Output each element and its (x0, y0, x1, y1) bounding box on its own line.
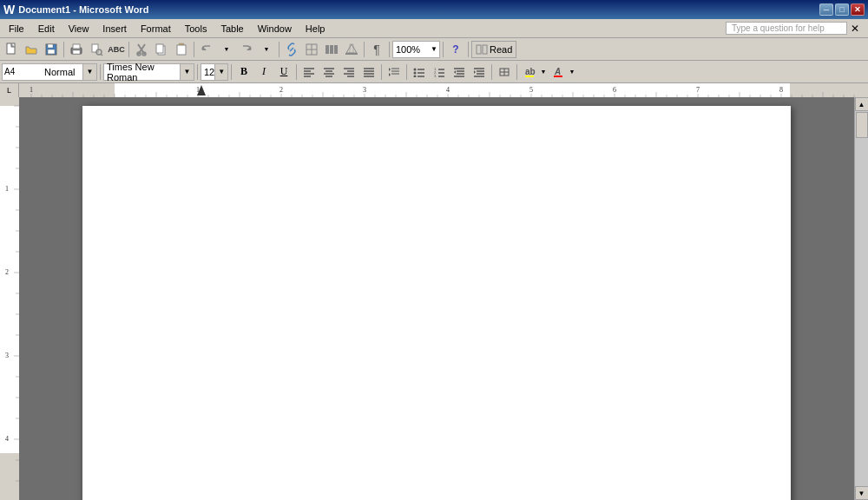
scroll-up-button[interactable]: ▲ (855, 97, 869, 111)
menu-insert[interactable]: Insert (95, 22, 134, 36)
svg-marker-27 (346, 44, 357, 53)
numbering-button[interactable]: 1.2.3. (430, 62, 449, 82)
font-selector[interactable]: Times New Roman ▼ (103, 63, 194, 81)
help-close-button[interactable]: ✕ (851, 23, 859, 35)
close-button[interactable]: ✕ (851, 3, 865, 16)
help-search-box[interactable]: Type a question for help (726, 22, 847, 35)
bold-icon: B (240, 65, 247, 78)
columns-button[interactable] (322, 40, 341, 59)
highlight-button[interactable]: ab (520, 62, 539, 82)
toolbar-separator (443, 42, 444, 57)
toolbar-separator (279, 42, 279, 57)
document-page[interactable] (82, 106, 791, 500)
highlight-dropdown-button[interactable]: ▼ (539, 62, 548, 82)
vertical-scrollbar: ▲ ▼ (854, 97, 868, 500)
bullets-button[interactable] (410, 62, 429, 82)
svg-rect-3 (48, 49, 55, 54)
help-button[interactable]: ? (446, 40, 465, 59)
redo-dropdown-button[interactable]: ▼ (257, 40, 276, 59)
window-title: Document1 - Microsoft Word (18, 4, 148, 15)
menu-format[interactable]: Format (134, 22, 178, 36)
undo-dropdown-button[interactable]: ▼ (217, 40, 236, 59)
svg-marker-73 (474, 70, 476, 74)
show-hide-button[interactable]: ¶ (367, 40, 386, 59)
table-button[interactable] (302, 40, 321, 59)
svg-point-53 (414, 71, 417, 74)
menu-edit[interactable]: Edit (31, 22, 62, 36)
align-center-button[interactable] (319, 62, 339, 82)
toolbar-separator (194, 42, 194, 57)
svg-line-9 (102, 54, 103, 56)
undo-button[interactable] (197, 40, 216, 59)
help-search-placeholder: Type a question for help (732, 23, 825, 33)
svg-marker-68 (454, 70, 456, 74)
borders-button[interactable] (495, 62, 514, 82)
svg-rect-23 (326, 45, 329, 54)
bold-button[interactable]: B (234, 62, 253, 82)
svg-rect-78 (525, 76, 534, 77)
toolbar-separator (296, 64, 297, 80)
drawing-button[interactable] (342, 40, 361, 59)
save-button[interactable] (42, 40, 61, 59)
read-mode-button[interactable]: Read (471, 41, 516, 58)
svg-text:A: A (554, 67, 561, 76)
svg-rect-15 (156, 44, 163, 53)
svg-rect-6 (73, 50, 80, 54)
align-justify-button[interactable] (359, 62, 378, 82)
zoom-selector[interactable]: 100% ▼ (392, 41, 440, 58)
title-bar-buttons: ─ □ ✕ (819, 3, 865, 16)
style-selector[interactable]: A4 Normal ▼ (2, 63, 97, 81)
read-label: Read (490, 44, 512, 55)
font-color-button[interactable]: A (549, 62, 568, 82)
minimize-button[interactable]: ─ (819, 3, 833, 16)
maximize-button[interactable]: □ (835, 3, 849, 16)
paste-button[interactable] (172, 40, 191, 59)
scroll-thumb[interactable] (856, 112, 868, 138)
align-left-button[interactable] (299, 62, 319, 82)
title-bar: W Document1 - Microsoft Word ─ □ ✕ (0, 0, 868, 19)
align-right-button[interactable] (339, 62, 358, 82)
toolbar-separator (406, 64, 407, 80)
menu-window[interactable]: Window (251, 22, 299, 36)
svg-rect-5 (73, 44, 80, 49)
redo-button[interactable] (237, 40, 256, 59)
font-color-dropdown-button[interactable]: ▼ (568, 62, 576, 82)
print-button[interactable] (67, 40, 86, 59)
style-value: Normal (43, 67, 82, 77)
cut-button[interactable] (132, 40, 151, 59)
style-dropdown-icon[interactable]: ▼ (82, 64, 96, 80)
scroll-track[interactable] (855, 111, 868, 486)
line-spacing-button[interactable] (385, 62, 404, 82)
svg-text:3.: 3. (434, 74, 437, 77)
italic-button[interactable]: I (254, 62, 273, 82)
new-button[interactable] (2, 40, 21, 59)
menu-table[interactable]: Table (214, 22, 250, 36)
menu-file[interactable]: File (2, 22, 31, 36)
title-bar-left: W Document1 - Microsoft Word (3, 3, 148, 16)
open-button[interactable] (22, 40, 41, 59)
spellcheck-button[interactable]: ABC (107, 40, 126, 59)
menu-view[interactable]: View (62, 22, 96, 36)
ruler-corner[interactable]: L (0, 83, 19, 97)
toolbar1: ABC ▼ ▼ ¶ 100% ▼ ? (0, 38, 868, 61)
underline-button[interactable]: U (274, 62, 293, 82)
increase-indent-button[interactable] (470, 62, 489, 82)
help-area: Type a question for help ✕ (726, 22, 866, 35)
preview-button[interactable] (87, 40, 106, 59)
toolbar-separator (63, 42, 64, 57)
toolbar-separator (468, 42, 469, 57)
font-dropdown-icon[interactable]: ▼ (180, 64, 194, 80)
decrease-indent-button[interactable] (450, 62, 469, 82)
scroll-down-button[interactable]: ▼ (855, 486, 869, 500)
toolbar2-formatting: A4 Normal ▼ Times New Roman ▼ 12 ▼ B I U… (0, 61, 868, 83)
zoom-arrow-icon: ▼ (431, 45, 439, 53)
insert-link-button[interactable] (282, 40, 301, 59)
svg-rect-25 (334, 45, 338, 54)
svg-rect-29 (477, 45, 481, 54)
font-size-selector[interactable]: 12 ▼ (201, 63, 228, 81)
menu-tools[interactable]: Tools (178, 22, 214, 36)
copy-button[interactable] (152, 40, 171, 59)
size-dropdown-icon[interactable]: ▼ (214, 64, 227, 80)
menu-help[interactable]: Help (299, 22, 332, 36)
svg-rect-2 (48, 44, 53, 48)
